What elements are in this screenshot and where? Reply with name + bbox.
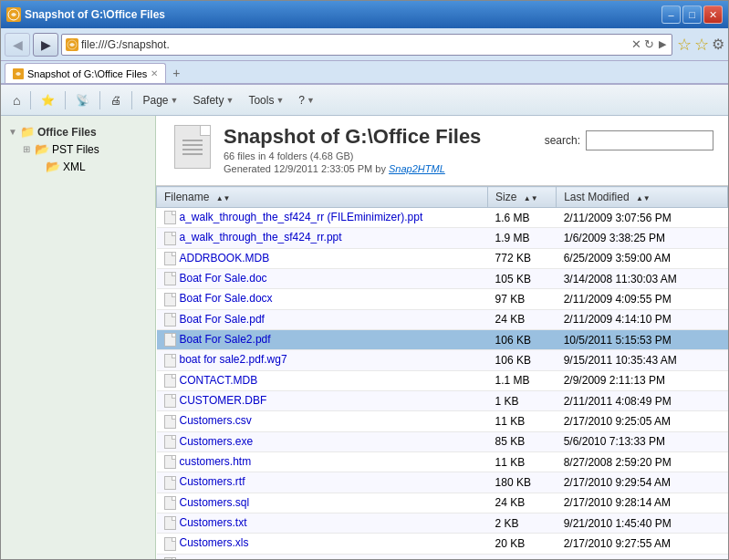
window-title: Snapshot of G:\Office Files [25, 8, 165, 21]
col-size[interactable]: Size ▲▼ [488, 187, 557, 208]
favorites-button[interactable]: ⭐ [35, 88, 61, 113]
search-input[interactable] [586, 130, 713, 150]
file-name[interactable]: Boat For Sale2.pdf [180, 333, 271, 346]
table-row[interactable]: Boat For Sale.docx97 KB2/11/2009 4:09:55… [157, 289, 728, 309]
file-name[interactable]: ADDRBOOK.MDB [180, 252, 270, 264]
address-bar: ◀ ▶ ✕ ↻ ▶ ☆ ☆ ⚙ [1, 28, 728, 61]
file-size-cell: 11 KB [488, 411, 557, 431]
file-name-cell: Boat For Sale.pdf [157, 309, 488, 329]
refresh-button[interactable]: ↻ [644, 37, 654, 51]
table-row[interactable]: Customers.sql24 KB2/17/2010 9:28:14 AM [157, 493, 728, 513]
table-row[interactable]: Customers.xls20 KB2/17/2010 9:27:55 AM [157, 534, 728, 554]
table-row[interactable]: Boat For Sale.doc105 KB3/14/2008 11:30:0… [157, 268, 728, 288]
address-input[interactable] [81, 38, 629, 51]
table-row[interactable]: Boat For Sale.pdf24 KB2/11/2009 4:14:10 … [157, 309, 728, 329]
header-icon [171, 125, 214, 169]
forward-button[interactable]: ▶ [33, 33, 58, 57]
file-name-cell: dare essay.odt [157, 554, 488, 559]
file-name[interactable]: customers.htm [180, 455, 252, 468]
file-name[interactable]: CONTACT.MDB [180, 374, 258, 387]
table-row[interactable]: CONTACT.MDB1.1 MB2/9/2009 2:11:13 PM [157, 370, 728, 390]
safety-menu[interactable]: Safety ▼ [186, 88, 240, 113]
toolbar-divider-1 [30, 91, 31, 109]
table-row[interactable]: boat for sale2.pdf.wg7106 KB9/15/2011 10… [157, 350, 728, 370]
col-date[interactable]: Last Modified ▲▼ [557, 187, 728, 208]
file-name[interactable]: a_walk_through_the_sf424_rr (FILEminimiz… [180, 211, 423, 223]
file-name[interactable]: Boat For Sale.doc [180, 272, 267, 285]
file-date-cell: 2/11/2009 3:07:56 PM [557, 208, 728, 228]
table-row[interactable]: Customers.rtf180 KB2/17/2010 9:29:54 AM [157, 472, 728, 493]
file-name[interactable]: Customers.exe [180, 435, 254, 448]
file-icon [164, 455, 176, 469]
file-size-cell: 11 KB [488, 451, 557, 472]
file-name[interactable]: CUSTOMER.DBF [180, 394, 267, 407]
file-date-cell: 2/11/2011 4:08:49 PM [557, 390, 728, 410]
address-clear-button[interactable]: ✕ [631, 37, 641, 51]
sidebar-item-pst[interactable]: ⊞ 📂 PST Files [19, 140, 151, 158]
help-button[interactable]: ? ▼ [292, 88, 321, 113]
help-menu[interactable]: ? ▼ [292, 88, 321, 113]
tab-label: Snapshot of G:\Office Files [27, 68, 147, 79]
sidebar-item-xml[interactable]: 📂 XML [30, 158, 151, 175]
safety-button[interactable]: Safety ▼ [186, 88, 240, 113]
table-row[interactable]: Customers.exe85 KB5/6/2010 7:13:33 PM [157, 431, 728, 451]
new-tab-button[interactable]: + [166, 63, 186, 83]
go-button[interactable]: ▶ [657, 38, 668, 50]
file-size-cell: 106 KB [488, 329, 557, 349]
file-name[interactable]: Boat For Sale.pdf [180, 313, 265, 326]
file-name[interactable]: Customers.txt [180, 516, 247, 529]
favorites-star[interactable]: ☆ [677, 35, 692, 55]
icon-line-1 [182, 140, 203, 141]
page-button[interactable]: Page ▼ [136, 88, 184, 113]
sidebar-xml-label: XML [63, 161, 86, 173]
tab-close-button[interactable]: ✕ [151, 68, 158, 78]
file-name-cell: Customers.txt [157, 513, 488, 533]
help-label: ? [298, 94, 305, 107]
file-name[interactable]: a_walk_through_the_sf424_rr.ppt [180, 231, 342, 244]
file-name-cell: CUSTOMER.DBF [157, 390, 488, 410]
close-button[interactable]: ✕ [703, 5, 723, 24]
active-tab[interactable]: Snapshot of G:\Office Files ✕ [5, 63, 166, 83]
file-name[interactable]: Boat For Sale.docx [180, 292, 273, 305]
window-controls: – □ ✕ [661, 5, 723, 24]
favorites-star2[interactable]: ☆ [694, 35, 709, 55]
file-date-cell: 2/17/2010 9:27:55 AM [557, 534, 728, 554]
settings-icon[interactable]: ⚙ [712, 36, 724, 53]
table-row[interactable]: Customers.csv11 KB2/17/2010 9:25:05 AM [157, 411, 728, 431]
tools-button[interactable]: Tools ▼ [242, 88, 290, 113]
file-icon [164, 333, 176, 347]
print-button[interactable]: 🖨 [104, 88, 128, 113]
file-name-cell: a_walk_through_the_sf424_rr (FILEminimiz… [157, 208, 488, 228]
file-name[interactable]: Customers.sql [180, 496, 250, 509]
tools-menu[interactable]: Tools ▼ [242, 88, 290, 113]
home-button[interactable]: ⌂ [6, 88, 26, 113]
snap2html-link[interactable]: Snap2HTML [389, 163, 445, 174]
table-row[interactable]: ADDRBOOK.MDB772 KB6/25/2009 3:59:00 AM [157, 248, 728, 268]
sidebar-item-root[interactable]: ▼ 📁 Office Files [5, 123, 151, 140]
col-filename[interactable]: Filename ▲▼ [157, 187, 488, 208]
table-row[interactable]: Boat For Sale2.pdf106 KB10/5/2011 5:15:5… [157, 329, 728, 349]
file-date-cell: 2/17/2010 9:25:05 AM [557, 411, 728, 431]
back-button[interactable]: ◀ [5, 33, 30, 57]
file-name[interactable]: Customers.xls [180, 536, 249, 549]
table-row[interactable]: dare essay.odt6 KB10/18/2010 2:30:58 PM [157, 554, 728, 559]
table-row[interactable]: a_walk_through_the_sf424_rr (FILEminimiz… [157, 208, 728, 228]
file-name[interactable]: Customers.csv [180, 414, 252, 427]
rss-button[interactable]: 📡 [69, 88, 96, 113]
table-row[interactable]: Customers.txt2 KB9/21/2010 1:45:40 PM [157, 513, 728, 533]
minimize-button[interactable]: – [661, 5, 681, 24]
maximize-button[interactable]: □ [682, 5, 702, 24]
table-row[interactable]: customers.htm11 KB8/27/2008 2:59:20 PM [157, 451, 728, 472]
file-size-cell: 1.6 MB [488, 208, 557, 228]
sidebar-pst-label: PST Files [52, 143, 99, 156]
file-size-cell: 6 KB [488, 554, 557, 559]
file-name[interactable]: dare essay.odt [180, 557, 251, 559]
file-name[interactable]: boat for sale2.pdf.wg7 [180, 353, 287, 366]
table-row[interactable]: a_walk_through_the_sf424_rr.ppt1.9 MB1/6… [157, 228, 728, 248]
doc-icon-lines [182, 140, 203, 155]
file-icon [164, 252, 176, 265]
table-row[interactable]: CUSTOMER.DBF1 KB2/11/2011 4:08:49 PM [157, 390, 728, 410]
file-date-cell: 2/11/2009 4:09:55 PM [557, 289, 728, 309]
page-menu[interactable]: Page ▼ [136, 88, 184, 113]
file-name[interactable]: Customers.rtf [180, 475, 245, 488]
